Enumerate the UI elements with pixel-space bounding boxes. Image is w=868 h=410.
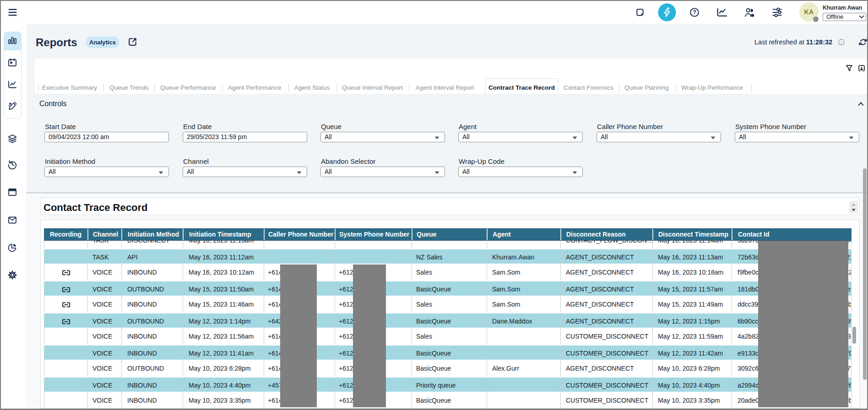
- svg-text:?: ?: [693, 9, 696, 16]
- svg-text:i: i: [841, 40, 842, 45]
